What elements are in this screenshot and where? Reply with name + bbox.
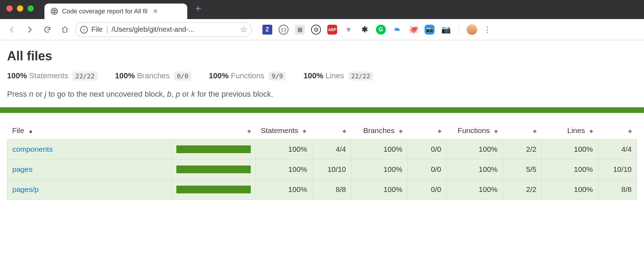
window-close-button[interactable] <box>6 5 13 12</box>
summary-functions: 100% Functions 9/9 <box>209 71 286 80</box>
extension-braces-icon[interactable]: { } <box>279 25 288 35</box>
cell-br-frac: 0/0 <box>408 159 446 180</box>
lines-frac: 22/22 <box>348 72 373 80</box>
cell-ln-pct: 100% <box>542 180 598 200</box>
extension-icons: Z { } ▦ ⊙ ABP ▾ ✱ G ❧ 🐙 📷 📷 ⋮ <box>262 24 491 35</box>
sort-icon: ◆ <box>494 128 498 134</box>
cell-ln-pct: 100% <box>542 139 598 159</box>
functions-frac: 9/9 <box>269 72 286 80</box>
coverage-summary: 100% Statements 22/22 100% Branches 0/0 … <box>7 71 637 80</box>
statements-frac: 22/22 <box>73 72 97 80</box>
sort-icon: ◆ <box>533 128 537 134</box>
extension-leaf-icon[interactable]: ❧ <box>392 25 402 35</box>
col-functions[interactable]: Functions ◆ <box>446 122 503 139</box>
lines-label: Lines <box>326 71 344 80</box>
reload-button[interactable] <box>40 23 54 37</box>
keyboard-hint: Press n or j to go to the next uncovered… <box>7 90 637 99</box>
cell-stm-frac: 10/10 <box>312 159 351 180</box>
profile-avatar[interactable] <box>467 24 477 35</box>
sort-icon: ◆ <box>438 128 442 134</box>
cell-stm-pct: 100% <box>256 139 312 159</box>
sort-icon: ◆ <box>303 128 306 134</box>
table-row: components100%4/4100%0/0100%2/2100%4/4 <box>7 139 637 159</box>
coverage-bar-fill <box>176 145 251 153</box>
forward-button[interactable] <box>23 23 37 37</box>
cell-coverage-bar <box>171 139 256 159</box>
extension-bug-icon[interactable]: ✱ <box>360 25 370 35</box>
col-branches[interactable]: Branches ◆ <box>351 122 408 139</box>
file-link[interactable]: components <box>12 145 53 153</box>
file-link[interactable]: pages <box>12 165 32 173</box>
window-zoom-button[interactable] <box>28 5 34 12</box>
table-row: pages/p100%8/8100%0/0100%2/2100%8/8 <box>7 180 637 200</box>
branches-frac: 0/0 <box>174 72 191 80</box>
col-lines-count[interactable]: ◆ <box>598 122 637 139</box>
page-title: All files <box>7 49 637 64</box>
browser-tab-active[interactable]: Code coverage report for All fil × <box>44 4 187 19</box>
cell-file: components <box>7 139 171 159</box>
cell-ln-frac: 4/4 <box>598 139 637 159</box>
summary-lines: 100% Lines 22/22 <box>303 71 373 80</box>
col-branches-label: Branches <box>363 126 395 134</box>
hint-text: Press <box>7 90 29 98</box>
chrome-menu-button[interactable]: ⋮ <box>484 25 491 34</box>
cell-br-pct: 100% <box>351 139 408 159</box>
new-tab-button[interactable]: + <box>195 2 201 14</box>
coverage-bar-fill <box>176 186 251 193</box>
col-statements[interactable]: Statements ◆ <box>256 122 312 139</box>
cell-br-frac: 0/0 <box>408 139 446 159</box>
cell-br-pct: 100% <box>351 159 408 180</box>
cell-ln-frac: 10/10 <box>598 159 637 180</box>
functions-pct: 100% <box>209 71 229 80</box>
extension-camera-icon[interactable]: 📷 <box>441 25 451 35</box>
col-lines-label: Lines <box>567 126 585 134</box>
file-link[interactable]: pages/p <box>12 185 39 193</box>
col-branches-count[interactable]: ◆ <box>408 122 446 139</box>
hint-key-n: n <box>29 90 33 98</box>
hint-key-b: b <box>167 90 171 98</box>
sort-icon: ◆ <box>399 128 403 134</box>
extension-z-icon[interactable]: Z <box>262 25 272 35</box>
extension-abp-icon[interactable]: ABP <box>327 25 337 35</box>
window-controls <box>6 5 34 12</box>
address-bar[interactable]: i File | /Users/gleb/git/next-and-... ☆ <box>75 22 252 37</box>
extension-grammarly-icon[interactable]: G <box>376 25 386 35</box>
cell-br-frac: 0/0 <box>408 180 446 200</box>
tab-title: Code coverage report for All fil <box>62 8 147 15</box>
back-button[interactable] <box>5 23 19 37</box>
extension-octo-icon[interactable]: 🐙 <box>408 25 418 35</box>
cell-fn-frac: 5/5 <box>503 159 542 180</box>
cell-stm-frac: 4/4 <box>312 139 351 159</box>
url-separator: | <box>106 25 108 34</box>
tab-favicon-globe-icon <box>51 8 58 15</box>
sort-icon: ◆ <box>589 128 593 134</box>
tab-close-button[interactable]: × <box>153 7 158 15</box>
hint-key-k: k <box>191 90 195 98</box>
extension-key-icon[interactable]: ⊙ <box>311 25 321 35</box>
col-functions-label: Functions <box>458 126 490 134</box>
window-minimize-button[interactable] <box>17 5 23 12</box>
col-statements-count[interactable]: ◆ <box>312 122 351 139</box>
col-lines[interactable]: Lines ◆ <box>542 122 598 139</box>
site-info-icon[interactable]: i <box>80 26 88 34</box>
bookmark-star-icon[interactable]: ☆ <box>240 25 247 34</box>
cell-fn-frac: 2/2 <box>503 139 542 159</box>
extension-vue-icon[interactable]: ▾ <box>344 25 353 35</box>
cell-stm-frac: 8/8 <box>312 180 351 200</box>
extension-gray-icon[interactable]: ▦ <box>295 25 305 35</box>
functions-label: Functions <box>231 71 264 80</box>
hint-text: for the previous block. <box>195 90 273 98</box>
extension-zoom-icon[interactable]: 📷 <box>425 25 435 35</box>
browser-toolbar: i File | /Users/gleb/git/next-and-... ☆ … <box>0 19 644 40</box>
col-file[interactable]: File ▲ <box>7 122 171 139</box>
cell-stm-pct: 100% <box>256 159 312 180</box>
coverage-table: File ▲ ◆ Statements ◆ ◆ Branches ◆ ◆ Fun… <box>7 122 637 200</box>
col-functions-count[interactable]: ◆ <box>503 122 542 139</box>
col-file-sort[interactable]: ◆ <box>171 122 256 139</box>
sort-icon: ◆ <box>628 128 632 134</box>
table-header-row: File ▲ ◆ Statements ◆ ◆ Branches ◆ ◆ Fun… <box>7 122 637 139</box>
cell-ln-pct: 100% <box>542 159 598 180</box>
hint-key-p: p <box>176 90 180 98</box>
home-button[interactable] <box>58 23 72 37</box>
cell-br-pct: 100% <box>351 180 408 200</box>
